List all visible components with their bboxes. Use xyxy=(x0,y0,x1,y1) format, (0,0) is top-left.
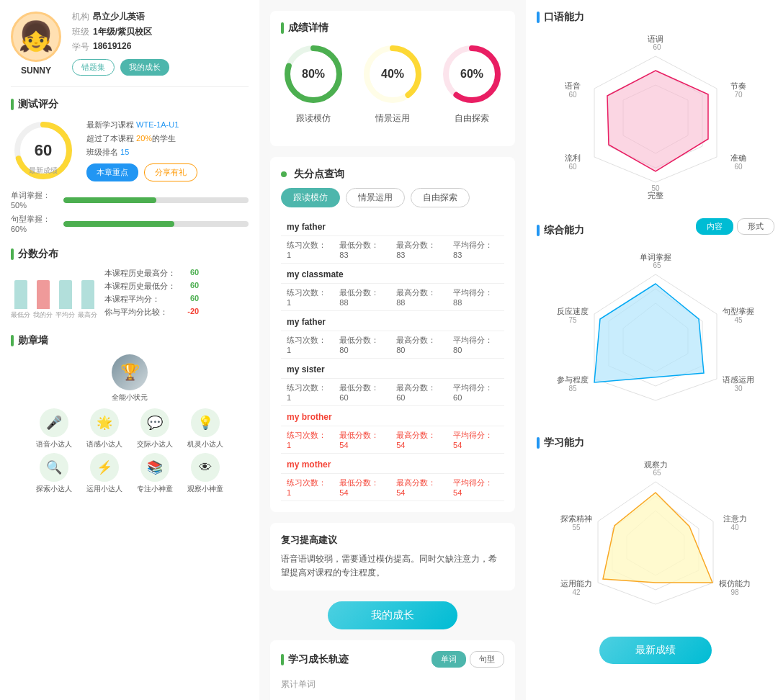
score-content: 60 最新成绩 最新学习课程 WTE-1A-U1 超过了本课程 20%的学生 班… xyxy=(11,118,249,183)
svg-text:流利: 流利 xyxy=(565,153,581,162)
svg-text:准确: 准确 xyxy=(730,153,746,162)
main-badge-label: 全能小状元 xyxy=(11,392,249,403)
phrase-6: my mother xyxy=(281,454,504,474)
institution-value: 昂立少儿英语 xyxy=(93,11,145,23)
performance-section: 成绩详情 80% 跟读模仿 xyxy=(270,11,515,146)
sentence-skill-row: 句型掌握：60% xyxy=(11,214,249,233)
suggest-title: 复习提高建议 xyxy=(281,534,504,547)
comp-tab-form[interactable]: 形式 xyxy=(737,218,774,235)
achieve-badge-5: 🔍 xyxy=(40,453,68,482)
svg-text:45: 45 xyxy=(734,316,743,324)
practice-1: 练习次数：1 xyxy=(281,236,334,264)
mid-panel: 成绩详情 80% 跟读模仿 xyxy=(259,0,526,700)
svg-text:75: 75 xyxy=(568,316,577,324)
perf-dot-icon xyxy=(281,22,284,34)
bar-group-1: 最低分 xyxy=(11,280,30,320)
tab-gen-read[interactable]: 跟读模仿 xyxy=(281,188,340,207)
dist-content: 最低分 我的分 平均分 最高分 xyxy=(11,268,249,320)
perf-label-1: 跟读模仿 xyxy=(296,112,331,125)
bar-chart: 最低分 我的分 平均分 最高分 xyxy=(11,277,97,320)
achieve-badge-3: 💬 xyxy=(140,408,169,437)
learning-radar-svg: 观察力 65 注意力 40 模仿能力 98 运用能力 42 探索精神 55 xyxy=(537,457,774,622)
key-points-button[interactable]: 本章重点 xyxy=(86,163,138,181)
student-id-value: 18619126 xyxy=(93,41,131,53)
achieve-badge-7: 📚 xyxy=(140,453,169,482)
achieve-grid: 🎤 语音小达人 🌟 语感小达人 💬 交际小达人 💡 机灵小达人 xyxy=(11,408,249,494)
tab-scene[interactable]: 情景运用 xyxy=(346,188,405,207)
word-skill-label: 单词掌握：50% xyxy=(11,190,58,210)
phrase-1: my father xyxy=(281,216,504,236)
deduction-section: 失分点查询 跟读模仿 情景运用 自由探索 my father 练习次数：1 xyxy=(270,157,515,512)
perf-label-3: 自由探索 xyxy=(455,112,489,125)
svg-text:单词掌握: 单词掌握 xyxy=(640,253,671,261)
achieve-badge-6: ⚡ xyxy=(90,453,119,482)
svg-text:观察力: 观察力 xyxy=(644,460,668,469)
tab-free[interactable]: 自由探索 xyxy=(411,188,470,207)
max-2: 最高分数：88 xyxy=(390,284,447,311)
comp-tab-content[interactable]: 内容 xyxy=(696,218,733,235)
table-row: my sister xyxy=(281,359,504,379)
test-score-section: 测试评分 60 最新成绩 最新学习课程 WTE-1A-U1 超过了本课程 20%… xyxy=(11,98,249,233)
svg-text:80%: 80% xyxy=(302,68,325,80)
latest-score-button[interactable]: 最新成绩 xyxy=(599,637,712,664)
svg-marker-40 xyxy=(594,284,704,382)
dist-stats: 本课程历史最高分：60 本课程历史最低分：60 本课程平均分：60 你与平均分比… xyxy=(104,268,199,320)
my-growth-button-profile[interactable]: 我的成长 xyxy=(120,59,169,76)
svg-text:65: 65 xyxy=(653,261,661,269)
error-collection-button[interactable]: 错题集 xyxy=(72,59,115,76)
svg-text:句型掌握: 句型掌握 xyxy=(723,307,754,315)
growth-btn-container: 我的成长 xyxy=(270,601,515,629)
dist-title: 分数分布 xyxy=(18,248,58,261)
table-row: my classmate xyxy=(281,264,504,284)
achieve-label-3: 交际小达人 xyxy=(137,439,173,449)
svg-text:运用能力: 运用能力 xyxy=(560,579,592,588)
sentence-skill-bar-fill xyxy=(63,221,174,227)
svg-text:60%: 60% xyxy=(460,68,483,80)
achieve-dot-icon xyxy=(11,335,14,346)
svg-text:语调: 语调 xyxy=(648,35,663,43)
profile-section: 👧 SUNNY 机构 昂立少儿英语 班级 1年级/紫贝校区 学号 xyxy=(11,11,249,87)
word-skill-bar-fill xyxy=(63,197,156,203)
svg-text:98: 98 xyxy=(730,588,739,596)
svg-text:模仿能力: 模仿能力 xyxy=(719,579,751,588)
bar-4 xyxy=(81,280,94,309)
oral-radar-section: 口语能力 语调 60 语音 60 节奏 70 准确 60 完整 50 xyxy=(537,11,774,204)
growth-main-button[interactable]: 我的成长 xyxy=(328,601,457,629)
min-3: 最低分数：80 xyxy=(334,331,390,359)
score-dist-section: 分数分布 最低分 我的分 平均分 xyxy=(11,248,249,320)
oral-radar-svg: 语调 60 语音 60 节奏 70 准确 60 完整 50 流利 60 xyxy=(537,31,774,204)
svg-text:60: 60 xyxy=(568,163,577,171)
perf-title: 成绩详情 xyxy=(288,22,328,35)
bar-1 xyxy=(14,280,27,309)
growth-tab-sentence[interactable]: 句型 xyxy=(470,651,504,668)
svg-text:85: 85 xyxy=(568,385,577,392)
avatar: 👧 xyxy=(11,12,61,62)
svg-text:40: 40 xyxy=(730,524,739,531)
growth-tab-word[interactable]: 单词 xyxy=(432,651,466,668)
oral-dot-icon xyxy=(537,12,540,23)
exceed-text: 超过了本课程 xyxy=(86,134,134,143)
achieve-badge-2: 🌟 xyxy=(90,408,119,437)
avg-1: 平均得分：83 xyxy=(447,236,504,264)
score-number: 60 xyxy=(35,141,52,160)
bar-label-1: 最低分 xyxy=(11,310,30,320)
test-score-header: 测试评分 xyxy=(11,98,249,111)
svg-text:40%: 40% xyxy=(381,68,404,80)
course-label: 最新学习课程 xyxy=(86,120,134,129)
svg-marker-26 xyxy=(607,71,708,171)
skill-bars: 单词掌握：50% 句型掌握：60% xyxy=(11,190,249,233)
achieve-label-6: 运用小达人 xyxy=(86,484,122,494)
share-button[interactable]: 分享有礼 xyxy=(144,163,197,181)
achieve-header: 勋章墙 xyxy=(11,334,249,347)
achieve-item-8: 👁 观察小神童 xyxy=(182,453,229,494)
comp-section: 综合能力 内容 形式 单词掌握 65 句型掌握 45 语感运用 30 xyxy=(537,218,774,422)
achieve-label-2: 语感小达人 xyxy=(86,439,122,449)
institution-label: 机构 xyxy=(72,11,89,23)
perf-circles: 80% 跟读模仿 40% 情景运用 xyxy=(281,42,504,125)
deduct-dot-icon xyxy=(281,171,287,177)
achieve-title: 勋章墙 xyxy=(18,334,48,347)
bar-label-2: 我的分 xyxy=(33,310,53,320)
table-row: 练习次数：1 最低分数：54 最高分数：54 平均得分：54 xyxy=(281,426,504,454)
svg-text:语音: 语音 xyxy=(565,81,581,90)
sentence-skill-bar-bg xyxy=(63,221,249,227)
